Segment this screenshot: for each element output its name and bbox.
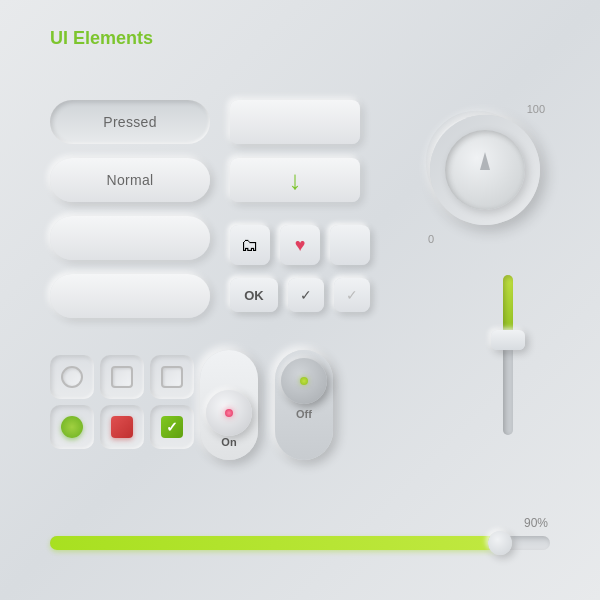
vertical-slider[interactable] [496, 275, 520, 455]
toggle-off-label: Off [296, 408, 312, 420]
toggle-off-thumb [281, 358, 327, 404]
knob-label-0: 0 [428, 233, 434, 245]
radio-filled-cell[interactable] [50, 405, 94, 449]
vertical-slider-track [503, 275, 513, 435]
download-column: ↓ [230, 100, 360, 202]
progress-thumb[interactable] [488, 531, 512, 555]
radio-check-group: ✓ [50, 355, 194, 449]
check-row: OK ✓ ✓ [230, 278, 370, 312]
radio-empty-cell[interactable] [50, 355, 94, 399]
normal-button[interactable]: Normal [50, 158, 210, 202]
heart-icon-button[interactable]: ♥ [280, 225, 320, 265]
progress-fill [50, 536, 500, 550]
blank-button-1[interactable] [50, 216, 210, 260]
progress-track[interactable] [50, 536, 550, 550]
check-empty-cell[interactable] [150, 355, 194, 399]
check-filled: ✓ [161, 416, 183, 438]
square-empty [111, 366, 133, 388]
ok-button[interactable]: OK [230, 278, 278, 312]
buttons-column: Pressed Normal [50, 100, 210, 318]
toggle-on-label: On [221, 436, 236, 448]
progress-label: 90% [50, 516, 548, 530]
toggle-off-switch[interactable]: Off [275, 350, 333, 460]
toggle-on-switch[interactable]: On [200, 350, 258, 460]
pressed-button[interactable]: Pressed [50, 100, 210, 144]
page-title: UI Elements [50, 28, 153, 49]
download-bar-green[interactable]: ↓ [230, 158, 360, 202]
blank-icon-button[interactable] [330, 225, 370, 265]
knob-container: 100 0 [420, 95, 550, 255]
folder-icon: 🗂 [241, 235, 259, 256]
radio-filled [61, 416, 83, 438]
download-icon: ↓ [289, 167, 302, 193]
knob-inner [445, 130, 525, 210]
check-button[interactable]: ✓ [288, 278, 324, 312]
check-filled-cell[interactable]: ✓ [150, 405, 194, 449]
radio-empty [61, 366, 83, 388]
toggle-off-indicator [300, 377, 308, 385]
toggle-on-indicator [225, 409, 233, 417]
vertical-slider-thumb[interactable] [491, 330, 525, 350]
icon-buttons-row: 🗂 ♥ [230, 225, 370, 265]
download-bar-empty[interactable] [230, 100, 360, 144]
folder-icon-button[interactable]: 🗂 [230, 225, 270, 265]
blank-button-2[interactable] [50, 274, 210, 318]
square-filled [111, 416, 133, 438]
knob-pointer [480, 152, 490, 170]
check-outline-button[interactable]: ✓ [334, 278, 370, 312]
checkmark-icon: ✓ [300, 287, 312, 303]
square-filled-cell[interactable] [100, 405, 144, 449]
check-empty [161, 366, 183, 388]
knob-dial[interactable] [430, 115, 540, 225]
square-empty-cell[interactable] [100, 355, 144, 399]
heart-icon: ♥ [295, 235, 306, 256]
checkmark-outline-icon: ✓ [346, 287, 358, 303]
progress-bar-container: 90% [50, 516, 550, 550]
toggle-on-thumb [206, 390, 252, 436]
